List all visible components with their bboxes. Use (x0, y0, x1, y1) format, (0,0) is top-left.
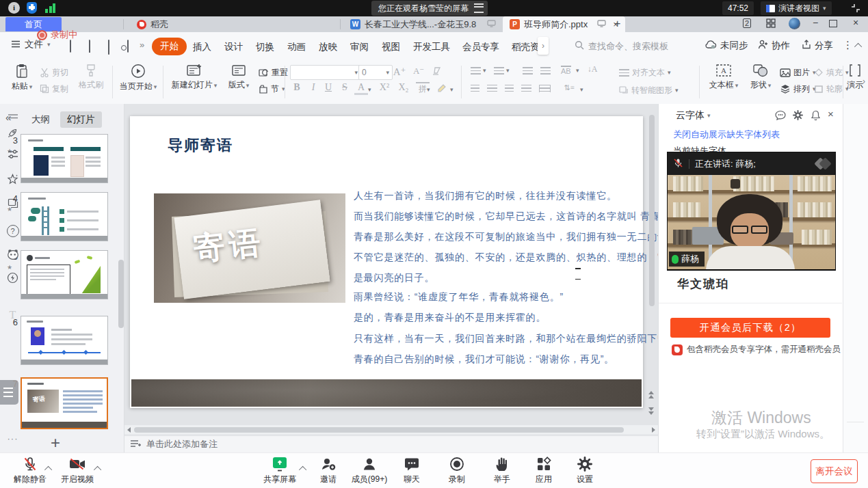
subscript-icon[interactable]: X₂ (397, 82, 410, 93)
user-avatar[interactable] (789, 18, 800, 29)
assistant-panda-icon[interactable] (0, 249, 25, 262)
menu-tab-devtools[interactable]: 开发工具 (413, 41, 450, 53)
print-icon[interactable] (108, 40, 109, 55)
add-slide-button[interactable]: + (51, 433, 60, 452)
numbered-list-icon[interactable] (494, 67, 504, 74)
start-video-button[interactable]: 开启视频 (55, 456, 100, 485)
vertical-scrollbar[interactable] (648, 111, 655, 384)
slide-thumbnail-6[interactable] (21, 316, 108, 365)
rocket-quick-tools-icon[interactable] (0, 127, 25, 141)
print-preview-icon[interactable] (127, 40, 129, 53)
underline-icon[interactable]: U (321, 82, 335, 93)
new-slide-button[interactable]: 新建幻灯片▾ (168, 64, 220, 91)
panel-expand-flyout[interactable]: › (538, 37, 549, 55)
leave-meeting-button[interactable]: 离开会议 (811, 459, 858, 483)
chevron-down-icon[interactable]: ▾ (483, 67, 486, 74)
scroll-left-icon[interactable] (127, 427, 131, 433)
chevron-down-icon[interactable]: ▾ (368, 86, 371, 93)
help-icon[interactable]: ? (0, 224, 25, 237)
clear-format-icon[interactable] (431, 66, 442, 79)
scrollbar-thumb[interactable] (134, 427, 624, 433)
slide-thumbnail-3[interactable] (21, 134, 108, 183)
decrease-font-icon[interactable]: A⁻ (412, 66, 425, 77)
more-options-icon[interactable]: ⋮ (843, 39, 853, 51)
present-button[interactable]: 演示 (845, 64, 865, 91)
font-preview-name[interactable]: 华文琥珀 (677, 276, 729, 292)
chevron-down-icon[interactable]: ▾ (506, 67, 510, 74)
increase-font-icon[interactable]: A⁺ (393, 66, 406, 78)
increase-indent-icon[interactable] (540, 67, 551, 74)
align-right-icon[interactable] (505, 85, 514, 92)
rail-more-icon[interactable]: ··· (0, 433, 25, 444)
more-tools-icon[interactable]: » (140, 40, 144, 50)
meeting-video-window[interactable]: 正在讲话: 薛杨; 薛杨 (667, 152, 836, 271)
panel-title[interactable]: 云字体 ▾ (676, 109, 711, 122)
bullet-list-icon[interactable] (471, 67, 481, 74)
command-search[interactable]: 查找命令、搜索模板 (575, 40, 668, 53)
reset-slide-button[interactable]: 重置 (259, 66, 288, 79)
settings-button[interactable]: 设置 (562, 456, 607, 485)
tab-docer[interactable]: 稻壳 (137, 16, 168, 32)
menu-tab-transition[interactable]: 切换 (256, 41, 274, 53)
ribbon-more-icon[interactable]: › (863, 77, 865, 86)
slide-layout-button[interactable]: 版式▾ (223, 64, 254, 91)
duplicate-window-icon[interactable] (0, 198, 25, 211)
share-screen-button[interactable]: 共享屏幕 (257, 456, 302, 485)
highlight-icon[interactable] (436, 83, 448, 96)
text-tool-icon[interactable]: T (0, 309, 25, 321)
invite-button[interactable]: 邀请 (306, 456, 351, 485)
chat-button[interactable]: 聊天 (389, 456, 434, 485)
align-center-icon[interactable] (487, 85, 497, 92)
strikethrough-icon[interactable]: S (338, 82, 352, 93)
new-tab-button[interactable]: + (614, 18, 620, 30)
paste-button[interactable]: 粘贴▾ (7, 64, 37, 92)
share-button[interactable]: 分享 (802, 40, 833, 52)
cut-button[interactable]: 剪切 (40, 66, 68, 79)
download-after-membership-button[interactable]: 开通会员后下载（2） (670, 318, 830, 338)
slide-body-text[interactable]: 人生有一首诗，当我们拥有它的时候，往往并没有读懂它。 而当我们能够读懂它的时候，… (354, 190, 687, 366)
effects-star-icon[interactable] (0, 174, 25, 188)
tab-list-icon[interactable]: 2 (743, 18, 751, 28)
close-panel-icon[interactable]: × (828, 108, 834, 120)
tab-outline[interactable]: 大纲 (25, 111, 57, 128)
sidebar-scrollbar[interactable] (118, 260, 124, 328)
tab-document-presentation[interactable]: P 班导师简介.pptx × (503, 16, 625, 32)
adjust-settings-icon[interactable] (0, 149, 25, 162)
to-smartart-button[interactable]: 转智能图形▾ (619, 83, 679, 97)
align-left-icon[interactable] (471, 85, 479, 92)
shield-icon[interactable] (27, 2, 37, 14)
record-button[interactable]: 录制 (434, 456, 479, 485)
menu-tab-insert[interactable]: 插入 (193, 41, 211, 53)
menu-tab-member[interactable]: 会员专享 (462, 41, 499, 53)
window-minimize-icon[interactable]: − (808, 17, 823, 28)
text-box-button[interactable]: A 文本框▾ (705, 64, 743, 91)
tab-slides[interactable]: 幻灯片 (60, 111, 102, 128)
scroll-right-icon[interactable] (652, 427, 655, 433)
slide-thumbnail-7[interactable]: 寄语 (21, 377, 108, 429)
italic-icon[interactable]: I (306, 82, 320, 93)
copy-button[interactable]: 复制 (40, 82, 68, 96)
raise-hand-button[interactable]: 举手 (479, 456, 525, 485)
chevron-down-icon[interactable]: ▾ (427, 86, 430, 93)
view-mode-selector[interactable]: 演讲者视图 ▾ (761, 1, 832, 15)
menu-tab-slideshow[interactable]: 放映 (319, 41, 337, 53)
bell-icon[interactable] (811, 110, 821, 123)
menu-tab-review[interactable]: 审阅 (350, 41, 369, 53)
shapes-button[interactable]: 形状▾ (746, 64, 776, 91)
feedback-icon[interactable] (775, 110, 786, 123)
menu-tab-design[interactable]: 设计 (224, 41, 243, 53)
chevron-down-icon[interactable]: ▾ (450, 86, 453, 93)
save-icon[interactable] (89, 40, 90, 53)
font-color-icon[interactable]: A (354, 82, 368, 95)
notes-bar[interactable]: 单击此处添加备注 (124, 435, 658, 452)
network-signal-icon[interactable] (45, 3, 56, 13)
bold-icon[interactable]: B (290, 82, 304, 93)
chevron-down-icon[interactable]: ▾ (580, 86, 583, 93)
rail-drag-handle[interactable] (0, 109, 25, 122)
text-direction-icon[interactable]: AB (561, 66, 571, 75)
align-text-button[interactable]: 对齐文本▾ (619, 66, 671, 79)
line-spacing-options-icon[interactable]: ↓A (586, 64, 599, 74)
format-painter-button[interactable]: 格式刷 (74, 64, 108, 91)
collaborate-button[interactable]: 协作 (758, 40, 790, 52)
apps-button[interactable]: 应用 (521, 456, 566, 485)
